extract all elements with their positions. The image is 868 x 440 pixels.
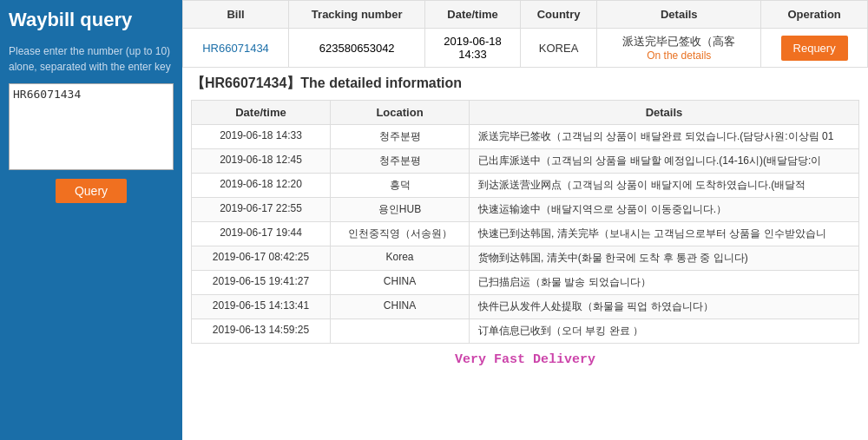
detail-details: 快速已到达韩国, 清关完毕（보내시는 고객님으로부터 상품을 인수받았습니 <box>470 222 859 246</box>
detail-row: 2019-06-13 14:59:25订单信息已收到（오더 부킹 완료 ） <box>192 319 859 344</box>
detail-section: 【HR66071434】The detailed information Dat… <box>182 68 868 344</box>
waybill-table: Bill Tracking number Date/time Country D… <box>182 0 868 68</box>
tracking-cell: 623580653042 <box>289 29 425 68</box>
tracking-input[interactable]: HR66071434 <box>9 83 174 170</box>
detail-datetime: 2019-06-17 22:55 <box>192 198 331 222</box>
sidebar: Waybill query Please enter the number (u… <box>0 0 182 440</box>
detail-row: 2019-06-18 12:45청주분평已出库派送中（고객님의 상품을 배달할 … <box>192 149 859 174</box>
detail-details: 已扫描启运（화물 발송 되었습니다） <box>470 271 859 295</box>
detail-location: 흥덕 <box>331 174 470 198</box>
query-button[interactable]: Query <box>56 179 127 203</box>
detail-datetime: 2019-06-15 19:41:27 <box>192 271 331 295</box>
detail-datetime: 2019-06-13 14:59:25 <box>192 319 331 344</box>
col-operation: Operation <box>761 1 868 29</box>
detail-details: 快速运输途中（배달지역으로 상품이 이동중입니다.） <box>470 198 859 222</box>
bill-cell: HR66071434 <box>183 29 289 68</box>
detail-details: 已出库派送中（고객님의 상품을 배달할 예정입니다.(14-16시)(배달담당:… <box>470 149 859 174</box>
detail-datetime: 2019-06-15 14:13:41 <box>192 295 331 319</box>
country-cell: KOREA <box>520 29 597 68</box>
detail-datetime: 2019-06-17 19:44 <box>192 222 331 246</box>
detail-row: 2019-06-17 08:42:25Korea货物到达韩国, 清关中(화물 한… <box>192 246 859 271</box>
detail-datetime: 2019-06-17 08:42:25 <box>192 246 331 271</box>
detail-datetime: 2019-06-18 12:20 <box>192 174 331 198</box>
detail-location: 청주분평 <box>331 149 470 174</box>
detail-details: 订单信息已收到（오더 부킹 완료 ） <box>470 319 859 344</box>
col-bill: Bill <box>183 1 289 29</box>
detail-row: 2019-06-17 19:44인천중직영（서송원）快速已到达韩国, 清关完毕（… <box>192 222 859 246</box>
detail-col-datetime: Date/time <box>192 101 331 125</box>
detail-location: CHINA <box>331 271 470 295</box>
detail-datetime: 2019-06-18 14:33 <box>192 125 331 149</box>
detail-row: 2019-06-18 14:33청주분평派送完毕已签收（고객님의 상품이 배달완… <box>192 125 859 149</box>
sidebar-description: Please enter the number (up to 10) alone… <box>9 43 174 75</box>
detail-details: 货物到达韩国, 清关中(화물 한국에 도착 후 통관 중 입니다) <box>470 246 859 271</box>
detail-details: 派送完毕已签收（고객님의 상품이 배달완료 되었습니다.(담당사원:이상림 01 <box>470 125 859 149</box>
detail-details: 到达派送营业网点（고객님의 상품이 배달지에 도착하였습니다.(배달적 <box>470 174 859 198</box>
main-content: Bill Tracking number Date/time Country D… <box>182 0 868 440</box>
detail-title: 【HR66071434】The detailed information <box>191 75 859 93</box>
detail-location: 인천중직영（서송원） <box>331 222 470 246</box>
col-country: Country <box>520 1 597 29</box>
details-cell: 派送完毕已签收（高客 On the details <box>597 29 761 68</box>
detail-row: 2019-06-17 22:55용인HUB快速运输途中（배달지역으로 상품이 이… <box>192 198 859 222</box>
detail-location: CHINA <box>331 295 470 319</box>
requery-button[interactable]: Requery <box>781 36 848 61</box>
detail-location: 용인HUB <box>331 198 470 222</box>
detail-location <box>331 319 470 344</box>
datetime-cell: 2019-06-1814:33 <box>425 29 520 68</box>
detail-col-details: Details <box>470 101 859 125</box>
detail-row: 2019-06-18 12:20흥덕到达派送营业网点（고객님의 상품이 배달지에… <box>192 174 859 198</box>
sidebar-title: Waybill query <box>9 9 174 31</box>
detail-datetime: 2019-06-18 12:45 <box>192 149 331 174</box>
operation-cell: Requery <box>761 29 868 68</box>
detail-location: Korea <box>331 246 470 271</box>
detail-row: 2019-06-15 14:13:41CHINA快件已从发件人处提取（화물을 픽… <box>192 295 859 319</box>
footer-text: Very Fast Delivery <box>182 344 868 376</box>
detail-col-location: Location <box>331 101 470 125</box>
bill-link[interactable]: HR66071434 <box>202 42 269 55</box>
detail-table: Date/time Location Details 2019-06-18 14… <box>191 100 859 344</box>
detail-location: 청주분평 <box>331 125 470 149</box>
detail-details: 快件已从发件人处提取（화물을 픽업 하였습니다） <box>470 295 859 319</box>
col-tracking: Tracking number <box>289 1 425 29</box>
col-details: Details <box>597 1 761 29</box>
detail-row: 2019-06-15 19:41:27CHINA已扫描启运（화물 발송 되었습니… <box>192 271 859 295</box>
table-row: HR66071434 623580653042 2019-06-1814:33 … <box>183 29 868 68</box>
col-datetime: Date/time <box>425 1 520 29</box>
